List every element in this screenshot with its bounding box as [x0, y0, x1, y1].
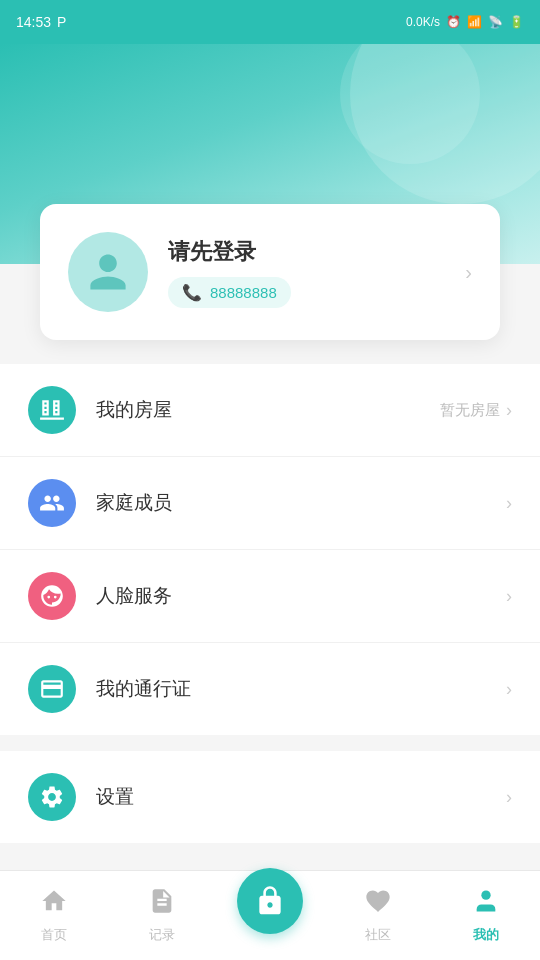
- records-label: 记录: [149, 926, 175, 944]
- settings-arrow: ›: [506, 787, 512, 808]
- records-icon: [148, 887, 176, 922]
- settings-section: 设置 ›: [0, 751, 540, 843]
- pass-right: ›: [506, 679, 512, 700]
- network-speed: 0.0K/s: [406, 15, 440, 29]
- phone-number: 88888888: [210, 284, 277, 301]
- face-arrow: ›: [506, 586, 512, 607]
- community-icon: [364, 887, 392, 922]
- status-left: 14:53 P: [16, 14, 66, 30]
- community-label: 社区: [365, 926, 391, 944]
- family-arrow: ›: [506, 493, 512, 514]
- face-label: 人脸服务: [96, 583, 506, 609]
- login-prompt: 请先登录: [168, 237, 445, 267]
- nav-item-mine[interactable]: 我的: [432, 887, 540, 944]
- profile-arrow: ›: [465, 261, 472, 284]
- menu-item-pass[interactable]: 我的通行证 ›: [0, 643, 540, 735]
- phone-icon: 📞: [182, 283, 202, 302]
- svg-point-0: [481, 891, 490, 900]
- pass-arrow: ›: [506, 679, 512, 700]
- avatar: [68, 232, 148, 312]
- family-right: ›: [506, 493, 512, 514]
- nav-item-community[interactable]: 社区: [324, 887, 432, 944]
- carrier-icon: P: [57, 14, 66, 30]
- family-icon-wrap: [28, 479, 76, 527]
- settings-right: ›: [506, 787, 512, 808]
- menu-item-family[interactable]: 家庭成员 ›: [0, 457, 540, 550]
- face-right: ›: [506, 586, 512, 607]
- mine-icon: [472, 887, 500, 922]
- menu-item-my-house[interactable]: 我的房屋 暂无房屋 ›: [0, 364, 540, 457]
- wifi-icon: 📡: [488, 15, 503, 29]
- lock-button[interactable]: [237, 868, 303, 934]
- status-bar: 14:53 P 0.0K/s ⏰ 📶 📡 🔋: [0, 0, 540, 44]
- my-house-icon-wrap: [28, 386, 76, 434]
- profile-info: 请先登录 📞 88888888: [168, 237, 445, 308]
- home-label: 首页: [41, 926, 67, 944]
- my-house-arrow: ›: [506, 400, 512, 421]
- gear-icon: [39, 784, 65, 810]
- mine-label: 我的: [473, 926, 499, 944]
- face-icon: [39, 583, 65, 609]
- profile-phone: 📞 88888888: [168, 277, 291, 308]
- face-icon-wrap: [28, 572, 76, 620]
- settings-label: 设置: [96, 784, 506, 810]
- bottom-nav: 首页 记录 社区 我的: [0, 870, 540, 960]
- menu-item-face[interactable]: 人脸服务 ›: [0, 550, 540, 643]
- avatar-icon: [86, 250, 130, 294]
- signal-icon: 📶: [467, 15, 482, 29]
- my-house-right: 暂无房屋 ›: [440, 400, 512, 421]
- nav-item-records[interactable]: 记录: [108, 887, 216, 944]
- nav-item-home[interactable]: 首页: [0, 887, 108, 944]
- battery-icon: 🔋: [509, 15, 524, 29]
- profile-card[interactable]: 请先登录 📞 88888888 ›: [40, 204, 500, 340]
- pass-icon-wrap: [28, 665, 76, 713]
- alarm-icon: ⏰: [446, 15, 461, 29]
- my-house-label: 我的房屋: [96, 397, 440, 423]
- my-house-status: 暂无房屋: [440, 401, 500, 420]
- status-time: 14:53: [16, 14, 51, 30]
- settings-icon-wrap: [28, 773, 76, 821]
- family-icon: [39, 490, 65, 516]
- building-icon: [39, 397, 65, 423]
- nav-item-lock[interactable]: [216, 868, 324, 944]
- menu-section: 我的房屋 暂无房屋 › 家庭成员 › 人脸服务 ›: [0, 364, 540, 735]
- lock-icon: [254, 885, 286, 917]
- pass-icon: [39, 676, 65, 702]
- menu-item-settings[interactable]: 设置 ›: [0, 751, 540, 843]
- home-icon: [40, 887, 68, 922]
- pass-label: 我的通行证: [96, 676, 506, 702]
- status-right: 0.0K/s ⏰ 📶 📡 🔋: [406, 15, 524, 29]
- family-label: 家庭成员: [96, 490, 506, 516]
